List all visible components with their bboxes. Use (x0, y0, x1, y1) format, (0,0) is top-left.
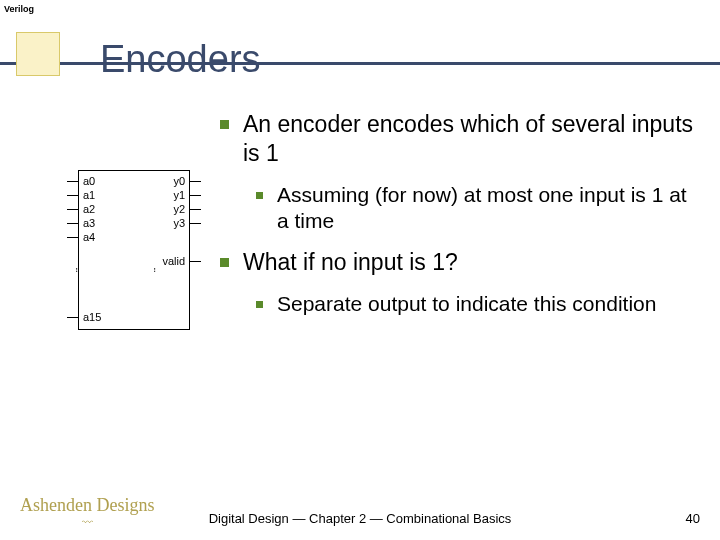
bullet-text: An encoder encodes which of several inpu… (243, 110, 700, 168)
bullet-text: Assuming (for now) at most one input is … (277, 182, 700, 235)
bullet-icon (220, 258, 229, 267)
brand-label: Verilog (4, 4, 34, 14)
ellipsis-icon: . . . (74, 267, 85, 271)
title-accent-square (16, 32, 60, 76)
slide-title: Encoders (100, 38, 261, 81)
bullet-level2: Assuming (for now) at most one input is … (256, 182, 700, 235)
ellipsis-icon: . . . (152, 267, 163, 271)
pin (189, 181, 201, 182)
pin (67, 317, 79, 318)
bullet-icon (256, 301, 263, 308)
pin (67, 195, 79, 196)
bullet-text: What if no input is 1? (243, 248, 458, 277)
bullet-level1: An encoder encodes which of several inpu… (220, 110, 700, 168)
bullet-icon (220, 120, 229, 129)
output-label: y0 (173, 175, 185, 187)
output-label: y3 (173, 217, 185, 229)
encoder-box: a0 a1 a2 a3 a4 . . . a15 y0 y1 y2 y3 val… (78, 170, 190, 330)
input-label: a3 (83, 217, 95, 229)
bullet-icon (256, 192, 263, 199)
pin (67, 209, 79, 210)
input-label: a15 (83, 311, 101, 323)
pin (67, 237, 79, 238)
encoder-diagram: a0 a1 a2 a3 a4 . . . a15 y0 y1 y2 y3 val… (66, 170, 192, 330)
pin (189, 223, 201, 224)
pin (189, 209, 201, 210)
input-label: a1 (83, 189, 95, 201)
pin (67, 181, 79, 182)
output-label: y1 (173, 189, 185, 201)
footer-text: Digital Design — Chapter 2 — Combination… (0, 511, 720, 526)
pin (189, 195, 201, 196)
title-bar: Encoders (0, 20, 720, 86)
input-label: a2 (83, 203, 95, 215)
page-number: 40 (686, 511, 700, 526)
pin (189, 261, 201, 262)
input-label: a4 (83, 231, 95, 243)
bullet-text: Separate output to indicate this conditi… (277, 291, 656, 317)
pin (67, 223, 79, 224)
input-label: a0 (83, 175, 95, 187)
output-label: y2 (173, 203, 185, 215)
content-area: An encoder encodes which of several inpu… (220, 110, 700, 331)
output-label: valid (162, 255, 185, 267)
bullet-level2: Separate output to indicate this conditi… (256, 291, 700, 317)
bullet-level1: What if no input is 1? (220, 248, 700, 277)
